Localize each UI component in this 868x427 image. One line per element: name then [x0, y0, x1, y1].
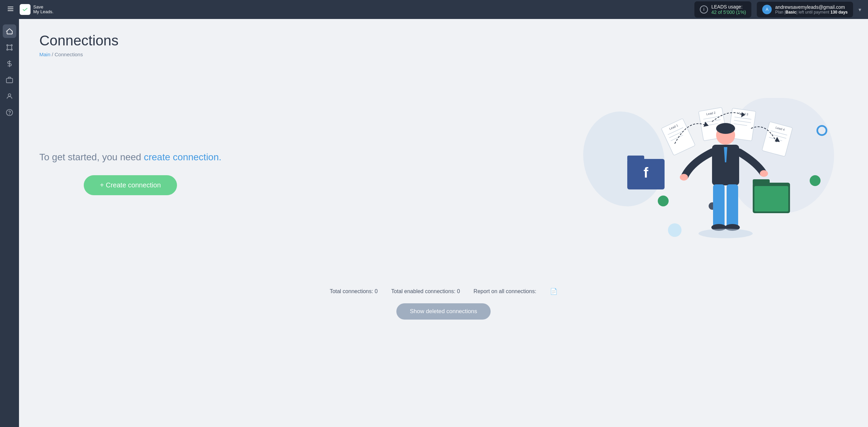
tagline: To get started, you need create connecti… [39, 150, 221, 164]
user-widget[interactable]: A andrewsavemyleads@gmail.com Plan |Basi… [757, 2, 853, 17]
sidebar-item-home[interactable] [3, 24, 16, 38]
sidebar-item-integrations[interactable] [3, 73, 16, 87]
leads-usage-text: LEADS usage: 42 of 5'000 (1%) [711, 4, 746, 15]
svg-rect-21 [753, 179, 770, 185]
svg-point-16 [9, 114, 10, 114]
svg-point-56 [698, 229, 753, 238]
svg-point-6 [7, 49, 8, 50]
left-content: To get started, you need create connecti… [39, 150, 221, 195]
svg-rect-52 [713, 184, 725, 228]
show-deleted-button[interactable]: Show deleted connections [396, 303, 491, 320]
main-illustration-svg: f Lead 1 [583, 84, 848, 261]
content-area: To get started, you need create connecti… [39, 71, 848, 274]
leads-usage-widget: i LEADS usage: 42 of 5'000 (1%) [694, 1, 751, 18]
user-plan: Plan |Basic| left until payment 130 days [775, 10, 848, 15]
sidebar-item-billing[interactable] [3, 57, 16, 70]
svg-point-7 [11, 49, 13, 50]
svg-text:f: f [644, 165, 649, 181]
user-info: andrewsavemyleads@gmail.com Plan |Basic|… [775, 4, 848, 15]
breadcrumb-current: Connections [55, 52, 83, 57]
breadcrumb: Main / Connections [39, 52, 848, 57]
svg-rect-18 [627, 156, 644, 161]
tagline-link: create connection. [144, 152, 221, 162]
page-title: Connections [39, 33, 848, 49]
logo-box [20, 4, 31, 15]
total-enabled-connections: Total enabled connections: 0 [391, 288, 460, 294]
stats-row: Total connections: 0 Total enabled conne… [330, 288, 557, 295]
menu-icon[interactable] [7, 5, 14, 14]
svg-point-4 [7, 45, 8, 46]
sidebar-item-account[interactable] [3, 89, 16, 103]
illustration: f Lead 1 [583, 84, 848, 261]
sidebar [0, 19, 19, 427]
main-content: Connections Main / Connections To get st… [19, 19, 868, 427]
user-email: andrewsavemyleads@gmail.com [775, 4, 848, 10]
total-connections: Total connections: 0 [330, 288, 377, 294]
sidebar-item-help[interactable] [3, 106, 16, 119]
bottom-bar: Total connections: 0 Total enabled conne… [39, 274, 848, 326]
avatar: A [762, 5, 772, 14]
svg-point-14 [8, 94, 11, 96]
svg-point-47 [716, 123, 735, 134]
logo-text: Save My Leads. [33, 5, 54, 15]
svg-point-50 [680, 174, 688, 181]
svg-rect-53 [727, 184, 738, 228]
svg-rect-13 [6, 78, 13, 83]
svg-point-51 [760, 170, 768, 177]
logo: Save My Leads. [20, 4, 54, 15]
report-label: Report on all connections: [474, 288, 536, 294]
navbar: Save My Leads. i LEADS usage: 42 of 5'00… [0, 0, 868, 19]
chevron-down-icon[interactable]: ▾ [859, 6, 861, 13]
info-icon: i [700, 5, 708, 14]
svg-point-5 [11, 45, 13, 46]
svg-rect-22 [754, 186, 788, 211]
svg-rect-23 [661, 118, 695, 155]
report-icon[interactable]: 📄 [550, 288, 557, 295]
create-connection-button[interactable]: + Create connection [84, 175, 177, 195]
leads-count: 42 of 5'000 (1%) [711, 9, 746, 15]
breadcrumb-main[interactable]: Main [39, 52, 51, 57]
sidebar-item-connections[interactable] [3, 41, 16, 54]
